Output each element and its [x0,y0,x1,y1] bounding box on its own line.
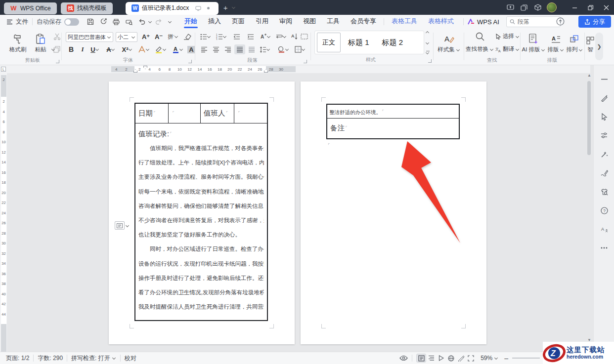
help-icon[interactable]: ? [600,206,608,214]
undo-icon[interactable] [136,17,147,27]
ribbon-expand-button[interactable]: ❯ [595,33,603,60]
strikethrough-button[interactable]: A [104,44,118,54]
duty-record-table-continued[interactable]: 整洁舒适的办公环境。⌜ 备注⌜ [326,104,460,139]
italic-button[interactable]: I [77,44,88,54]
sort-button[interactable]: A [289,32,300,41]
text-effects-button[interactable] [136,44,151,54]
restore-button[interactable] [582,0,598,15]
duty-value-cell[interactable]: ⌜ [234,104,267,123]
styles-dialog-launcher[interactable] [428,59,432,63]
style-set-button[interactable]: A 样式集 [436,32,462,53]
style-item[interactable]: 标题 2 [377,33,409,52]
document-canvas[interactable]: 日期⌜ ⌜ 值班人⌜ ⌜ 值班记录:⌜ 值班期间，我严格遵循工作规范，对各类事务… [7,73,593,352]
wrap-direction-button[interactable] [274,32,288,41]
ribbon-tab[interactable]: 表格工具 [386,15,423,29]
ribbon-tab[interactable] [384,18,384,25]
font-family-combo[interactable]: 阿里巴巴普惠体 3.0 [66,32,113,42]
bullet-list-button[interactable] [199,32,213,41]
align-distribute-icon[interactable] [246,44,257,54]
more-tools-icon[interactable] [600,244,608,252]
print-preview-icon[interactable] [124,17,134,27]
select-tool-icon[interactable] [600,113,608,121]
vertical-ruler[interactable]: 2 24681012141618202224262830323436384042… [0,73,7,352]
date-label-cell[interactable]: 日期⌜ [135,104,169,123]
adjust-sliders-icon[interactable] [600,131,608,139]
page-1[interactable]: 日期⌜ ⌜ 值班人⌜ ⌜ 值班记录:⌜ 值班期间，我严格遵循工作规范，对各类事务… [109,81,295,344]
paste-button[interactable]: 粘贴 [30,32,51,53]
numbered-list-button[interactable]: 123 [215,32,228,41]
zoom-out-button[interactable]: – [504,354,508,362]
align-left-icon[interactable] [199,44,210,54]
duty-label-cell[interactable]: 值班人⌜ [201,104,234,123]
text-direction-button[interactable]: A [258,32,272,41]
previous-page-icon[interactable]: ▲ [586,73,592,78]
ink-pen-icon[interactable] [456,354,466,363]
close-button[interactable] [598,0,614,15]
edit-pen-icon[interactable] [600,94,608,102]
ribbon-tab[interactable]: 视图 [298,15,321,29]
file-menu-button[interactable]: 文件 [16,18,28,26]
ribbon-tab[interactable]: 引用 [250,15,274,29]
underline-button[interactable]: U [88,44,102,54]
date-value-cell[interactable]: ⌜ [169,104,201,123]
translate-button[interactable]: 文A 翻译 [495,45,520,53]
quick-tools-icon[interactable] [600,150,608,158]
align-justify-icon[interactable] [234,44,245,54]
page-indicator[interactable]: 页面: 1/2 [6,354,29,363]
minimize-button[interactable] [567,0,582,15]
undo-chevron[interactable] [148,20,152,24]
clear-format-icon[interactable] [182,32,193,41]
word-count[interactable]: 字数: 290 [38,354,63,363]
increase-font-icon[interactable]: A⁺ [140,32,151,41]
outline-view-icon[interactable] [426,354,436,363]
tab-selector-icon[interactable]: L [1,67,6,72]
ribbon-tab[interactable]: 页面 [226,15,250,29]
line-spacing-button[interactable] [258,44,272,54]
ribbon-tab[interactable]: 会员专享 [345,15,382,29]
arrange-button[interactable]: 排列 [566,32,583,53]
paragraph-layout-chevron[interactable] [126,224,130,228]
collapse-toolbar-icon[interactable] [600,75,608,83]
home-tab[interactable]: W WPS Office [4,2,57,14]
page-view-icon[interactable] [416,354,426,363]
overflow-button[interactable]: 智 [585,32,595,53]
ai-typeset-button[interactable]: AI 排版 [521,32,546,53]
pinyin-guide-icon[interactable]: 拼- [166,32,180,41]
share-button[interactable]: 分享 [578,16,611,28]
cut-icon[interactable] [51,32,62,41]
template-tab[interactable]: 找 找稿壳模板 [61,2,113,14]
decrease-font-icon[interactable]: A⁻ [153,32,164,41]
horizontal-ruler[interactable]: 42 2468101214161820222426 2830 [7,65,590,73]
fullscreen-icon[interactable] [466,354,476,363]
spell-check[interactable]: 拼写检查: 打开 [71,354,116,363]
style-item[interactable]: 正文 [317,33,341,52]
proofread-button[interactable]: 校对 [125,354,136,363]
gallery-more-chevron[interactable] [426,51,430,53]
paragraph-layout-button[interactable] [115,221,130,230]
clipboard-dialog-launcher[interactable] [56,60,59,63]
zoom-level[interactable]: 59% [481,355,492,362]
eye-protect-icon[interactable] [399,355,408,361]
translate-panel-icon[interactable]: A [600,225,608,233]
ribbon-tab[interactable]: 工具 [321,15,345,29]
align-center-icon[interactable] [211,44,221,54]
command-search-box[interactable] [506,16,561,27]
document-tab[interactable]: W 值班记录表1.docx [126,2,219,15]
overflow-text-cell[interactable]: 整洁舒适的办公环境。⌜ [327,105,459,119]
font-size-combo[interactable]: 小二 [116,32,137,42]
workspace-icon[interactable] [519,2,529,12]
wps-ai-button[interactable]: WPS AI [468,18,499,26]
scrollbar-thumb[interactable] [587,81,591,155]
new-tab-button[interactable]: + [223,3,228,12]
resume-helper-icon[interactable] [600,188,608,196]
export-pdf-icon[interactable] [98,17,109,27]
quickbar-more-chevron[interactable] [168,20,172,24]
play-view-icon[interactable] [436,354,446,363]
borders-button[interactable] [293,44,307,54]
menu-icon[interactable] [4,17,15,27]
note-cell[interactable]: 备注⌜ [327,119,459,138]
vertical-scrollbar[interactable]: ▲ ▼ ▼▼ [586,73,592,352]
redo-icon[interactable] [153,17,164,27]
record-cell[interactable]: 值班记录:⌜ 值班期间，我严格遵循工作规范，对各类事务进行了细致处理。上午，陆续… [135,123,267,314]
format-painter-button[interactable]: 格式刷 [7,32,29,53]
